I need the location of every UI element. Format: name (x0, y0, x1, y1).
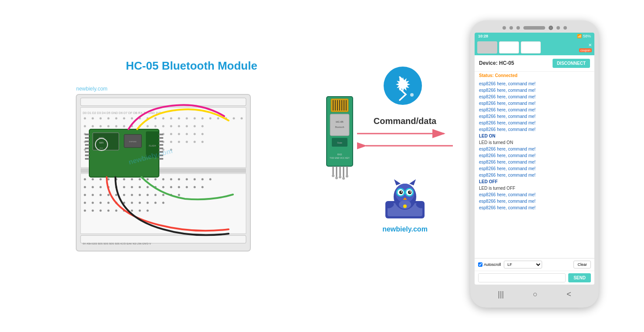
status-battery: 📶 58% (577, 34, 591, 38)
svg-point-145 (84, 210, 86, 212)
svg-point-91 (108, 178, 110, 181)
lf-select[interactable]: LF CR CR+LF No line ending (504, 261, 542, 268)
svg-point-129 (147, 194, 149, 196)
svg-point-205 (342, 177, 345, 180)
svg-rect-166 (85, 148, 89, 149)
phone-section: 10:28 📶 58% ✕ coupon (470, 20, 599, 308)
svg-point-26 (233, 117, 235, 120)
svg-point-57 (186, 133, 188, 135)
svg-point-36 (147, 125, 149, 127)
send-button[interactable]: SEND (568, 273, 591, 282)
phone-dot-5 (563, 26, 567, 30)
svg-point-31 (108, 125, 110, 127)
svg-point-20 (186, 117, 188, 120)
console-line: esp8266 here, command me! (479, 172, 590, 178)
svg-point-9 (100, 117, 102, 120)
svg-point-33 (123, 125, 125, 127)
svg-point-130 (155, 194, 157, 196)
svg-point-8 (92, 117, 94, 120)
svg-point-40 (178, 125, 180, 127)
svg-point-126 (123, 194, 125, 196)
svg-point-99 (170, 178, 172, 181)
owl-svg (379, 175, 431, 223)
svg-point-142 (147, 202, 149, 204)
svg-point-226 (401, 191, 402, 192)
phone-dot-3 (516, 26, 520, 30)
svg-point-136 (100, 202, 102, 204)
console-line: esp8266 here, command me! (479, 166, 590, 172)
phone-dot-2 (509, 26, 513, 30)
phone-bottom-bar: ||| ○ < (475, 286, 594, 302)
svg-point-98 (162, 178, 165, 181)
svg-point-143 (155, 202, 157, 204)
console-line: esp8266 here, command me! (479, 114, 590, 120)
svg-point-93 (123, 178, 125, 181)
svg-rect-172 (159, 141, 163, 142)
send-input[interactable] (478, 273, 566, 282)
clear-button[interactable]: Clear (573, 261, 591, 268)
autoscroll-label: Autoscroll (484, 262, 501, 267)
autoscroll-check: Autoscroll (478, 262, 501, 267)
svg-rect-1 (81, 98, 246, 106)
svg-marker-218 (394, 179, 401, 185)
svg-rect-165 (85, 144, 89, 146)
svg-point-149 (115, 210, 118, 212)
svg-point-75 (202, 141, 204, 143)
svg-point-152 (139, 210, 141, 212)
nav-home-button[interactable]: ○ (533, 290, 538, 299)
svg-point-17 (162, 117, 165, 120)
svg-point-55 (170, 133, 172, 135)
phone-outer: 10:28 📶 58% ✕ coupon (470, 20, 599, 308)
svg-point-124 (108, 194, 110, 196)
middle-section: HC-05 Bluetooth State RXD TXD GND VCC KE… (314, 31, 462, 284)
svg-point-59 (202, 133, 204, 135)
tab-2[interactable] (499, 41, 519, 54)
tab-3[interactable] (521, 41, 541, 54)
console-line: esp8266 here, command me! (479, 153, 590, 159)
svg-rect-170 (159, 134, 163, 135)
svg-point-147 (100, 210, 102, 212)
svg-point-28 (84, 125, 86, 127)
svg-point-96 (147, 178, 149, 181)
svg-point-131 (162, 194, 165, 196)
svg-point-148 (108, 210, 110, 212)
svg-point-122 (92, 194, 94, 196)
svg-rect-169 (85, 158, 89, 160)
svg-point-118 (186, 186, 188, 188)
svg-point-19 (178, 117, 180, 120)
svg-point-107 (100, 186, 102, 188)
nav-back-button[interactable]: < (566, 290, 571, 299)
disconnect-button[interactable]: DISCONNECT (553, 59, 590, 68)
svg-text:HC-05: HC-05 (336, 121, 344, 123)
nav-menu-button[interactable]: ||| (498, 290, 504, 299)
console-line: esp8266 here, command me! (479, 107, 590, 113)
watermark: newbiely.com (76, 86, 108, 92)
svg-point-27 (241, 117, 243, 120)
svg-point-12 (123, 117, 125, 120)
svg-point-11 (115, 117, 118, 120)
svg-rect-167 (85, 151, 89, 153)
svg-point-123 (100, 194, 102, 196)
svg-text:Bluetooth: Bluetooth (335, 126, 344, 128)
svg-point-22 (202, 117, 204, 120)
svg-point-29 (92, 125, 94, 127)
bluetooth-icon-area: ✹ (383, 66, 422, 107)
hc05-svg: HC-05 Bluetooth State RXD TXD GND VCC KE… (322, 88, 361, 184)
command-data-label: Command/data (374, 116, 436, 126)
svg-point-73 (186, 141, 188, 143)
svg-point-13 (131, 117, 133, 120)
phone-dot-4 (556, 26, 560, 30)
console-area: esp8266 here, command me!esp8266 here, c… (475, 79, 594, 258)
svg-point-135 (92, 202, 94, 204)
svg-text:State: State (337, 141, 342, 144)
autoscroll-checkbox[interactable] (478, 262, 482, 267)
tabs-area: ✕ coupon (475, 40, 594, 55)
console-line: LED ON (479, 133, 590, 139)
close-icon[interactable]: ✕ (588, 43, 592, 47)
device-bar: Device: HC-05 DISCONNECT (475, 55, 594, 72)
svg-point-146 (92, 210, 94, 212)
tab-1[interactable] (477, 41, 497, 54)
console-line: esp8266 here, command me! (479, 192, 590, 198)
console-line: esp8266 here, command me! (479, 120, 590, 126)
device-name: Device: HC-05 (479, 60, 514, 66)
